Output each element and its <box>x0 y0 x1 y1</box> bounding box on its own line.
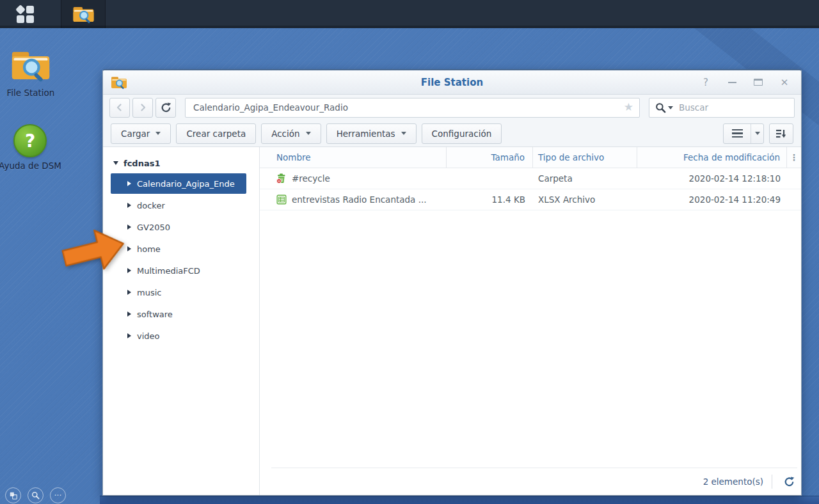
view-mode-caret[interactable] <box>751 124 763 143</box>
caret-collapsed-icon <box>127 268 131 273</box>
file-size: 11.4 KB <box>447 194 533 205</box>
table-row-entrevistas[interactable]: entrevistas Radio Encantada ... 11.4 KB … <box>260 189 801 210</box>
tree-node-label: video <box>137 331 160 341</box>
tree-node-label: docker <box>137 201 165 210</box>
widgets-icon <box>9 491 18 500</box>
caret-expanded-icon <box>113 161 118 165</box>
forward-button[interactable] <box>132 98 153 118</box>
tree-node-label: software <box>137 310 173 319</box>
main-menu-grid-icon <box>17 6 34 23</box>
accion-button[interactable]: Acción <box>261 123 321 144</box>
tree-node-calendario-selected[interactable]: Calendario_Agipa_Ende <box>111 173 246 194</box>
desktop-icon-label: File Station <box>3 88 59 98</box>
caret-collapsed-icon <box>127 203 131 208</box>
status-refresh-button[interactable] <box>781 473 797 490</box>
refresh-icon <box>784 476 795 487</box>
column-header-nombre[interactable]: Nombre <box>260 147 447 168</box>
configuracion-button[interactable]: Configuración <box>422 123 502 144</box>
ellipsis-icon: ··· <box>54 491 61 500</box>
refresh-button[interactable] <box>155 98 176 118</box>
main-menu-button[interactable] <box>0 0 50 28</box>
list-view-button[interactable] <box>724 124 751 143</box>
search-options-caret-icon[interactable] <box>668 106 673 109</box>
help-question-icon: ? <box>13 124 47 157</box>
desktop-icon-label: Ayuda de DSM <box>0 161 64 171</box>
tree-node-docker[interactable]: docker <box>103 194 259 216</box>
file-list-panel: Nombre Tamaño Tipo de archivo Fecha de m… <box>260 147 801 495</box>
file-name: entrevistas Radio Encantada ... <box>292 194 427 205</box>
path-bar: ★ <box>185 98 640 118</box>
column-menu-icon[interactable]: ⋮ <box>787 147 801 168</box>
tree-node-label: Calendario_Agipa_Ende <box>137 179 235 189</box>
pilot-view-button[interactable] <box>5 487 21 503</box>
status-divider <box>772 475 772 489</box>
button-label: Crear carpeta <box>186 129 246 139</box>
caret-down-icon <box>755 132 760 135</box>
refresh-icon <box>161 102 171 113</box>
recycle-bin-icon <box>276 173 287 184</box>
back-button[interactable] <box>109 98 130 118</box>
caret-down-icon <box>155 132 161 135</box>
caret-collapsed-icon <box>127 290 131 295</box>
tree-node-gv2050[interactable]: GV2050 <box>103 216 259 238</box>
button-label: Herramientas <box>337 129 395 139</box>
file-station-folder-icon <box>111 75 127 90</box>
tree-node-video[interactable]: video <box>103 325 259 347</box>
folder-tree-sidebar: fcdnas1 Calendario_Agipa_Ende docker GV2… <box>103 147 260 495</box>
window-bottom-edge <box>100 496 819 504</box>
button-label: Cargar <box>121 129 150 139</box>
window-controls: ? ✕ <box>701 77 790 88</box>
minimize-icon <box>728 82 736 83</box>
file-type: Carpeta <box>533 173 637 184</box>
column-header-fecha[interactable]: Fecha de modificación <box>637 147 787 168</box>
button-label: Acción <box>271 129 299 139</box>
tree-node-home[interactable]: home <box>103 238 259 260</box>
caret-down-icon <box>306 132 311 135</box>
search-icon <box>31 491 40 500</box>
window-titlebar[interactable]: File Station ? ✕ <box>103 70 801 95</box>
view-controls <box>723 123 793 144</box>
caret-collapsed-icon <box>127 333 131 338</box>
file-station-folder-icon <box>72 5 95 24</box>
sort-button[interactable] <box>769 123 793 144</box>
search-box <box>649 98 795 118</box>
file-station-window: File Station ? ✕ ★ Cargar <box>102 69 802 496</box>
path-input[interactable] <box>185 98 640 118</box>
taskbar <box>0 0 819 28</box>
column-header-tipo[interactable]: Tipo de archivo <box>533 147 637 168</box>
desktop-search-button[interactable] <box>28 487 44 503</box>
favorite-star-icon[interactable]: ★ <box>624 100 633 113</box>
close-button[interactable]: ✕ <box>779 77 790 88</box>
crear-carpeta-button[interactable]: Crear carpeta <box>176 123 256 144</box>
tree-node-multimediafcd[interactable]: MultimediaFCD <box>103 260 259 281</box>
tree-node-label: GV2050 <box>137 223 170 232</box>
table-row-recycle[interactable]: #recycle Carpeta 2020-02-14 12:18:10 <box>260 168 801 189</box>
xlsx-file-icon <box>276 194 287 205</box>
minimize-button[interactable] <box>727 77 737 88</box>
caret-collapsed-icon <box>127 311 131 317</box>
tree-node-fcdnas1[interactable]: fcdnas1 <box>103 154 259 173</box>
caret-collapsed-icon <box>127 181 131 186</box>
desktop-icon-dsm-help[interactable]: ? Ayuda de DSM <box>0 124 64 171</box>
herramientas-button[interactable]: Herramientas <box>326 123 417 144</box>
file-modified-date: 2020-02-14 12:18:10 <box>637 173 787 184</box>
tree-node-label: music <box>137 288 161 297</box>
desktop-options-button[interactable]: ··· <box>50 487 66 503</box>
file-list-empty-area <box>260 210 801 468</box>
caret-down-icon <box>401 132 406 135</box>
taskbar-file-station-tile[interactable] <box>61 0 106 28</box>
maximize-button[interactable] <box>753 77 763 88</box>
cargar-button[interactable]: Cargar <box>111 123 171 144</box>
window-content: fcdnas1 Calendario_Agipa_Ende docker GV2… <box>103 147 801 495</box>
table-header: Nombre Tamaño Tipo de archivo Fecha de m… <box>260 147 801 168</box>
tree-node-label: fcdnas1 <box>123 159 160 168</box>
column-header-tamano[interactable]: Tamaño <box>447 147 533 168</box>
help-button[interactable]: ? <box>701 77 711 88</box>
desktop-icon-file-station[interactable]: File Station <box>3 49 59 98</box>
caret-collapsed-icon <box>127 246 131 251</box>
tree-node-software[interactable]: software <box>103 303 259 325</box>
tree-node-music[interactable]: music <box>103 281 259 303</box>
button-label: Configuración <box>432 129 492 139</box>
window-title: File Station <box>103 77 801 88</box>
maximize-icon <box>754 79 763 86</box>
